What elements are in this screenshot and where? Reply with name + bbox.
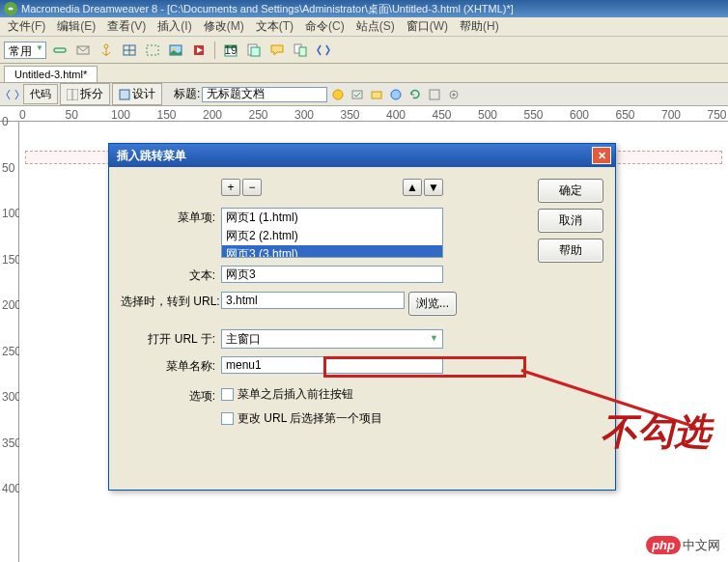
select-first-after-change-checkbox[interactable] [221,412,234,425]
menu-commands[interactable]: 命令(C) [301,16,349,37]
tag-chooser-icon[interactable] [314,41,333,60]
cancel-button[interactable]: 取消 [538,209,603,233]
visual-aids-icon[interactable] [445,86,462,103]
open-in-select[interactable]: 主窗口 [221,329,443,349]
url-input[interactable] [221,292,405,309]
svg-rect-18 [299,47,306,56]
open-in-label: 打开 URL 于: [121,329,221,348]
ruler-horizontal: 0501001502002503003504004505005506006507… [0,106,728,122]
window-title-bar: Macromedia Dreamweaver 8 - [C:\Documents… [0,0,728,17]
validate-icon[interactable] [329,86,347,103]
show-code-icon[interactable] [4,86,21,103]
insert-category-select[interactable]: 常用 [4,42,46,59]
image-icon[interactable] [166,41,185,60]
menu-help[interactable]: 帮助(H) [456,16,503,37]
annotation-text: 不勾选 [601,407,711,457]
svg-point-22 [333,90,343,99]
separator [214,42,215,59]
document-tab[interactable]: Untitled-3.html* [4,66,98,82]
date-icon[interactable]: 19 [221,41,240,60]
document-tab-strip: Untitled-3.html* [0,64,728,83]
insert-jump-menu-dialog: 插入跳转菜单 ✕ + − ▲ ▼ 菜单项: [108,143,616,491]
app-icon [4,2,17,15]
svg-text:19: 19 [224,43,238,57]
watermark: php 中文网 [646,536,720,554]
title-label: 标题: [174,86,200,102]
dialog-close-button[interactable]: ✕ [592,147,611,164]
menu-window[interactable]: 窗口(W) [403,16,452,37]
split-view-button[interactable]: 拆分 [60,83,110,105]
code-view-button[interactable]: 代码 [23,84,58,104]
templates-icon[interactable] [291,41,310,60]
svg-rect-8 [147,45,158,55]
menu-modify[interactable]: 修改(M) [200,16,248,37]
svg-point-25 [391,90,401,99]
window-title: Macromedia Dreamweaver 8 - [C:\Documents… [21,2,514,16]
remove-item-button[interactable]: − [242,179,262,196]
menu-site[interactable]: 站点(S) [352,16,399,37]
ruler-vertical: 050100150200250300350400 [0,122,19,562]
check-browser-icon[interactable] [349,86,366,103]
dialog-title: 插入跳转菜单 [113,148,592,164]
text-label: 文本: [121,266,221,284]
file-management-icon[interactable] [368,86,385,103]
menu-edit[interactable]: 编辑(E) [53,16,99,37]
document-toolbar: 代码 拆分 设计 标题: [0,83,728,106]
insert-go-button-checkbox[interactable] [221,388,234,401]
checkbox2-label: 更改 URL 后选择第一个项目 [238,410,382,427]
view-options-icon[interactable] [426,86,443,103]
media-icon[interactable] [189,41,209,60]
add-item-button[interactable]: + [221,179,240,196]
title-input[interactable] [202,87,327,102]
menu-name-input[interactable] [221,356,443,374]
ok-button[interactable]: 确定 [538,179,603,203]
menu-items-listbox[interactable]: 网页1 (1.html) 网页2 (2.html) 网页3 (3.html) [221,208,443,258]
help-button[interactable]: 帮助 [538,239,603,263]
checkbox1-label: 菜单之后插入前往按钮 [238,386,353,403]
svg-rect-26 [430,90,439,99]
insert-toolbar: 常用 19 [0,37,728,64]
watermark-badge: php [646,536,681,554]
dialog-title-bar[interactable]: 插入跳转菜单 ✕ [109,144,615,167]
list-item[interactable]: 网页1 (1.html) [222,209,442,227]
preview-icon[interactable] [387,86,405,103]
svg-rect-16 [251,47,260,56]
menu-file[interactable]: 文件(F) [4,16,49,37]
menu-text[interactable]: 文本(T) [252,16,297,37]
menu-name-label: 菜单名称: [121,356,221,375]
menu-items-label: 菜单项: [121,208,221,226]
design-view-button[interactable]: 设计 [112,83,162,105]
div-icon[interactable] [143,41,162,60]
anchor-icon[interactable] [97,41,116,60]
move-up-button[interactable]: ▲ [403,179,422,196]
text-input[interactable] [221,266,443,283]
server-include-icon[interactable] [244,41,264,60]
options-label: 选项: [121,386,221,405]
move-down-button[interactable]: ▼ [424,179,443,196]
comment-icon[interactable] [267,41,287,60]
svg-rect-24 [372,92,381,98]
watermark-text: 中文网 [683,537,720,554]
hyperlink-icon[interactable] [50,41,70,60]
menu-bar: 文件(F) 编辑(E) 查看(V) 插入(I) 修改(M) 文本(T) 命令(C… [0,17,728,37]
email-link-icon[interactable] [73,41,93,60]
url-label: 选择时，转到 URL: [121,292,221,310]
menu-insert[interactable]: 插入(I) [154,16,195,37]
svg-rect-21 [120,90,129,99]
list-item[interactable]: 网页3 (3.html) [222,245,442,258]
menu-view[interactable]: 查看(V) [103,16,150,37]
table-icon[interactable] [120,41,139,60]
list-item[interactable]: 网页2 (2.html) [222,227,442,245]
browse-button[interactable]: 浏览... [408,292,457,316]
svg-point-3 [104,44,108,48]
refresh-icon[interactable] [406,86,424,103]
svg-point-28 [453,93,456,96]
svg-rect-1 [54,48,66,52]
svg-rect-23 [352,91,362,98]
